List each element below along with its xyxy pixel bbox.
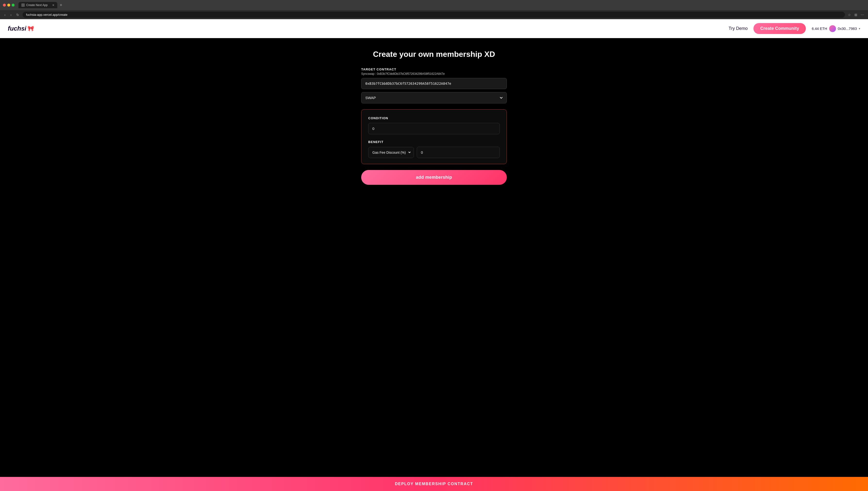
wallet-address: 0x30...7983 [838,26,857,31]
forward-button[interactable]: › [9,12,13,18]
tab-favicon [21,3,25,7]
condition-label: CONDITION [368,116,500,120]
window-controls [3,4,14,6]
maximize-button[interactable] [12,4,14,6]
tab-title: Create Next App [26,3,48,7]
browser-titlebar: Create Next App ✕ + [0,0,868,10]
logo-text: fuchsi [8,25,26,32]
benefit-value-input[interactable] [417,147,500,158]
new-tab-button[interactable]: + [58,2,64,8]
extensions-button[interactable]: ⊞ [854,12,858,18]
menu-button[interactable]: ⋯ [860,12,865,18]
bookmark-button[interactable]: ☆ [847,12,852,18]
condition-input[interactable] [368,123,500,134]
reload-button[interactable]: ↻ [15,12,21,18]
tab-close-icon[interactable]: ✕ [52,4,54,7]
browser-tabs: Create Next App ✕ + [19,2,865,8]
browser-toolbar: ‹ › ↻ ☆ ⊞ ⋯ [0,10,868,19]
address-bar[interactable] [23,12,845,18]
main-content: Create your own membership XD TARGET CON… [0,38,868,491]
chevron-down-icon: ▾ [859,27,860,30]
wallet-eth: 6.44 ETH [812,26,827,31]
contract-address-input[interactable] [361,78,507,89]
page-title: Create your own membership XD [373,50,495,59]
browser-chrome: Create Next App ✕ + ‹ › ↻ ☆ ⊞ ⋯ [0,0,868,19]
create-community-button[interactable]: Create Community [753,23,806,34]
browser-actions: ☆ ⊞ ⋯ [847,12,865,18]
benefit-label: BENEFIT [368,140,500,144]
try-demo-button[interactable]: Try Demo [729,26,748,31]
wallet-avatar [829,25,836,32]
deploy-footer[interactable]: DEPLOY MEMBERSHIP CONTRACT [0,477,868,491]
membership-card: CONDITION BENEFIT Gas Fee Discount (%) T… [361,109,507,164]
deploy-footer-text: DEPLOY MEMBERSHIP CONTRACT [395,482,473,486]
header-nav: Try Demo Create Community 6.44 ETH 0x30.… [729,23,860,34]
target-contract-section: TARGET CONTRACT Syncswap : 0xB3b7fCbb8Db… [361,67,507,104]
wallet-info[interactable]: 6.44 ETH 0x30...7983 ▾ [812,25,860,32]
benefit-row: Gas Fee Discount (%) Token Reward Priori… [368,147,500,158]
target-contract-label: TARGET CONTRACT [361,67,507,71]
contract-type-select[interactable]: SWAP LIQUIDITY STAKE [361,92,507,104]
logo-icon: 🎀 [27,26,34,32]
add-membership-button[interactable]: add membership [361,170,507,185]
benefit-type-select[interactable]: Gas Fee Discount (%) Token Reward Priori… [368,147,414,158]
active-tab[interactable]: Create Next App ✕ [19,2,57,8]
logo: fuchsi 🎀 [8,25,34,32]
close-button[interactable] [3,4,6,6]
minimize-button[interactable] [7,4,10,6]
app-header: fuchsi 🎀 Try Demo Create Community 6.44 … [0,19,868,38]
back-button[interactable]: ‹ [3,12,7,18]
target-contract-sublabel: Syncswap : 0xB3b7fCbb8Db37bC6f572634299A… [361,72,507,76]
app-wrapper: fuchsi 🎀 Try Demo Create Community 6.44 … [0,19,868,491]
form-container: TARGET CONTRACT Syncswap : 0xB3b7fCbb8Db… [361,67,507,185]
